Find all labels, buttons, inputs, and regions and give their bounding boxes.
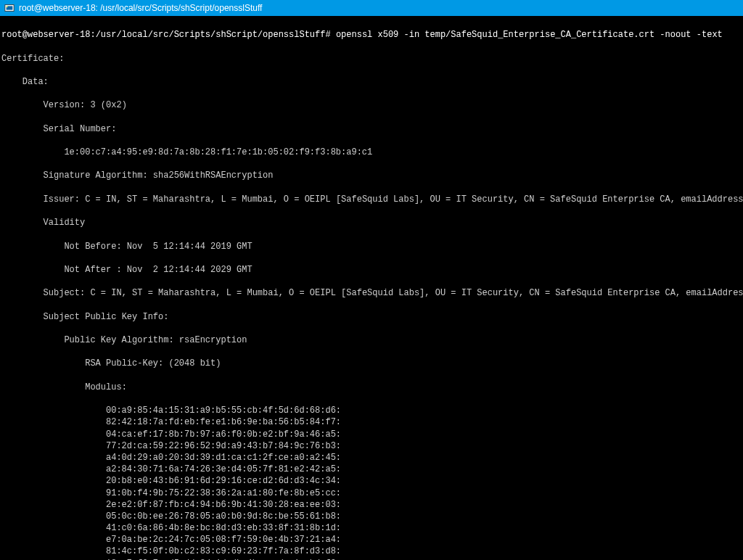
modulus-line: 81:4c:f5:0f:0b:c2:83:c9:69:23:7f:7a:8f:d…	[1, 545, 742, 557]
issuer: Issuer: C = IN, ST = Maharashtra, L = Mu…	[1, 194, 742, 205]
serial-number: 1e:00:c7:a4:95:e9:8d:7a:8b:28:f1:7e:1b:0…	[1, 147, 742, 158]
prompt-symbol: #	[325, 30, 330, 40]
version: Version: 3 (0x2)	[1, 99, 742, 111]
prompt-cwd: /usr/local/src/Scripts/shScript/opensslS…	[96, 30, 326, 40]
window-titlebar: root@webserver-18: /usr/local/src/Script…	[0, 0, 743, 16]
window-title: root@webserver-18: /usr/local/src/Script…	[19, 2, 262, 14]
entered-command: openssl x509 -in temp/SafeSquid_Enterpri…	[336, 30, 723, 40]
modulus-line: 41:c0:6a:86:4b:8e:bc:8d:d3:eb:33:8f:31:8…	[1, 522, 742, 534]
subject: Subject: C = IN, ST = Maharashtra, L = M…	[1, 287, 742, 299]
modulus-label: Modulus:	[1, 382, 742, 393]
public-key-algorithm: Public Key Algorithm: rsaEncryption	[1, 334, 742, 346]
modulus-line: a4:0d:29:a0:20:3d:39:d1:ca:c1:2f:ce:a0:a…	[1, 452, 742, 464]
modulus-line: 20:b8:e0:43:b6:91:6d:29:16:ce:d2:6d:d3:4…	[1, 475, 742, 487]
putty-icon	[4, 3, 15, 13]
serial-number-label: Serial Number:	[1, 123, 742, 135]
validity-label: Validity	[1, 217, 742, 228]
svg-rect-2	[7, 6, 8, 7]
modulus-line: 82:42:18:7a:fd:eb:fe:e1:b6:9e:ba:56:b5:8…	[1, 416, 742, 428]
modulus-line: 2e:e2:0f:87:fb:c4:94:b6:9b:41:30:28:ea:e…	[1, 499, 742, 511]
modulus-block: 00:a9:85:4a:15:31:a9:b5:55:cb:4f:5d:6d:6…	[1, 405, 742, 560]
cert-header: Certificate:	[1, 53, 742, 65]
modulus-line: 04:ca:ef:17:8b:7b:97:a6:f0:0b:e2:bf:9a:4…	[1, 429, 742, 440]
modulus-line: 18:a7:f9:7e:d5:dd:8d:1d:db:4b:ec:de:1c:b…	[1, 558, 742, 560]
modulus-line: a2:84:30:71:6a:74:26:3e:d4:05:7f:81:e2:4…	[1, 464, 742, 475]
modulus-line: 05:0c:0b:ee:26:78:05:a0:b0:9d:8c:be:55:6…	[1, 511, 742, 522]
prompt-user-host: root@webserver-18	[1, 30, 90, 40]
modulus-line: 77:2d:ca:59:22:96:52:9d:a9:43:b7:84:9c:7…	[1, 440, 742, 452]
sig-alg-1: Signature Algorithm: sha256WithRSAEncryp…	[1, 170, 742, 181]
modulus-line: e7:0a:be:2c:24:7c:05:08:f7:59:0e:4b:37:2…	[1, 534, 742, 545]
not-before: Not Before: Nov 5 12:14:44 2019 GMT	[1, 241, 742, 252]
data-header: Data:	[1, 76, 742, 88]
rsa-public-key: RSA Public-Key: (2048 bit)	[1, 358, 742, 369]
modulus-line: 91:0b:f4:9b:75:22:38:36:2a:a1:80:fe:8b:e…	[1, 487, 742, 499]
not-after: Not After : Nov 2 12:14:44 2029 GMT	[1, 264, 742, 276]
spki-label: Subject Public Key Info:	[1, 311, 742, 323]
modulus-line: 00:a9:85:4a:15:31:a9:b5:55:cb:4f:5d:6d:6…	[1, 405, 742, 416]
terminal-output[interactable]: root@webserver-18:/usr/local/src/Scripts…	[0, 16, 743, 560]
